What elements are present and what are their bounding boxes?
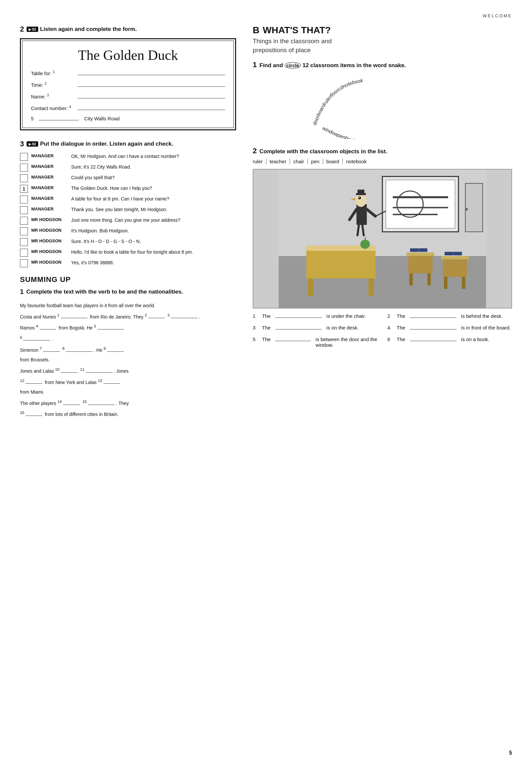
- blank-1[interactable]: [61, 318, 87, 318]
- dialogue-item-0: MANAGER OK, Mr Hodgson. And can I have a…: [20, 153, 236, 161]
- dialogue-box-5[interactable]: [20, 206, 28, 214]
- sup-3: 3: [47, 93, 49, 97]
- form-label-table: Table for: 1: [31, 70, 77, 76]
- section-b-title: WHAT'S THAT?: [263, 25, 331, 36]
- fill-num-2: 2: [387, 313, 395, 319]
- svg-rect-10: [465, 184, 483, 232]
- blank-11[interactable]: [86, 372, 112, 373]
- dialogue-box-10[interactable]: [20, 259, 28, 267]
- summing-section1-instruction: Complete the text with the verb to be an…: [26, 288, 183, 296]
- blank-4[interactable]: [40, 329, 56, 329]
- svg-rect-37: [441, 256, 469, 259]
- section3-instruction: Put the dialogue in order. Listen again …: [40, 141, 174, 147]
- dialogue-text-10: Yes, it's 0796 38888.: [71, 259, 114, 266]
- svg-text:doorboardrulerfloorcdnotebook: doorboardrulerfloorcdnotebook: [312, 77, 364, 126]
- svg-rect-38: [443, 260, 467, 277]
- section2-num: 2: [20, 25, 24, 34]
- section-b-subtitle: Things in the classroom andprepositions …: [253, 37, 512, 55]
- blank-14[interactable]: [63, 405, 80, 405]
- dialogue-speaker-0: MANAGER: [31, 153, 68, 158]
- word-ruler: ruler: [253, 159, 266, 164]
- svg-point-19: [359, 197, 360, 198]
- blank-12[interactable]: [26, 383, 42, 384]
- blank-13[interactable]: [103, 383, 120, 384]
- svg-rect-28: [368, 279, 374, 296]
- form-row-time: Time: 2: [31, 81, 225, 88]
- page-number: 5: [509, 750, 512, 756]
- form-line-time[interactable]: [77, 81, 225, 87]
- dialogue-box-9[interactable]: [20, 249, 28, 257]
- dialogue-item-2: MANAGER Could you spell that?: [20, 174, 236, 182]
- dialogue-box-6[interactable]: [20, 217, 28, 225]
- summing-text-block: My favourite football team has players i…: [20, 302, 236, 419]
- form-label-contact: Contact number: 4: [31, 105, 77, 111]
- classroom-illustration: [253, 169, 512, 309]
- fill-the-6: The: [397, 336, 405, 342]
- blank-7[interactable]: [43, 351, 60, 352]
- dialogue-text-3: The Golden Duck. How can I help you?: [71, 185, 152, 192]
- form-address-num: 5: [31, 116, 34, 121]
- word-chair: chair: [290, 159, 308, 164]
- fill-num-4: 4: [387, 325, 395, 330]
- word-snake-svg: doorboardrulerfloorcdnotebook windowpenb…: [306, 72, 459, 139]
- fill-rest-4: is in front of the board.: [461, 325, 511, 330]
- dialogue-box-3[interactable]: 1: [20, 185, 28, 193]
- dialogue-box-4[interactable]: [20, 195, 28, 203]
- summing-section1-header: 1 Complete the text with the verb to be …: [20, 288, 236, 299]
- fill-rest-2: is behind the desk.: [461, 313, 503, 319]
- fill-the-3: The: [262, 325, 271, 330]
- blank-6[interactable]: [23, 340, 50, 340]
- fill-blank-5[interactable]: [275, 341, 311, 341]
- fill-item-4: 4 The is in front of the board.: [387, 325, 512, 330]
- fill-item-1: 1 The is under the chair.: [253, 313, 377, 319]
- form-row-address: 5 City Walls Road: [31, 116, 225, 121]
- blank-3[interactable]: [171, 318, 198, 318]
- blank-5[interactable]: [97, 329, 124, 329]
- dialogue-speaker-8: MR HODGSON: [31, 238, 68, 243]
- blank-8[interactable]: [66, 351, 92, 352]
- dialogue-box-7[interactable]: [20, 227, 28, 235]
- blank-16[interactable]: [26, 416, 42, 416]
- dialogue-box-1[interactable]: [20, 164, 28, 172]
- blank-2[interactable]: [148, 318, 165, 318]
- dialogue-item-4: MANAGER A table for four at 8 pm. Can I …: [20, 195, 236, 203]
- dialogue-text-5: Thank you. See you later tonight, Mr Hod…: [71, 206, 168, 213]
- svg-rect-32: [408, 256, 433, 273]
- fill-rest-3: is on the desk.: [327, 325, 359, 330]
- fill-blank-2[interactable]: [410, 318, 457, 318]
- word-teacher: teacher: [266, 159, 290, 164]
- section3: 3 ▶ 02 Put the dialogue in order. Listen…: [20, 140, 236, 267]
- dialogue-item-8: MR HODGSON Sure. It's H - O - D - G - S …: [20, 238, 236, 246]
- blank-10[interactable]: [61, 372, 77, 373]
- b-section2-num: 2: [253, 147, 257, 155]
- b-section1: 1 Find and circle 12 classroom items in …: [253, 61, 512, 140]
- blank-9[interactable]: [107, 351, 124, 352]
- dialogue-text-1: Sure, it's 22 City Walls Road.: [71, 164, 131, 171]
- fill-blank-6[interactable]: [410, 341, 457, 341]
- dialogue-item-1: MANAGER Sure, it's 22 City Walls Road.: [20, 164, 236, 172]
- fill-num-3: 3: [253, 325, 260, 330]
- dialogue-box-8[interactable]: [20, 238, 28, 246]
- form-line-contact[interactable]: [77, 104, 225, 110]
- fill-blank-3[interactable]: [275, 329, 322, 329]
- form-line-name[interactable]: [77, 92, 225, 98]
- blank-15[interactable]: [88, 405, 115, 405]
- sup-2: 2: [45, 82, 47, 85]
- svg-rect-31: [407, 253, 434, 256]
- svg-rect-12: [356, 204, 367, 225]
- form-line-address[interactable]: [39, 120, 79, 120]
- dialogue-box-0[interactable]: [20, 153, 28, 161]
- audio-num: 02: [32, 27, 36, 31]
- dialogue-box-2[interactable]: [20, 174, 28, 182]
- form-row-contact: Contact number: 4: [31, 104, 225, 111]
- fill-blank-1[interactable]: [275, 318, 322, 318]
- fill-blank-4[interactable]: [410, 329, 457, 329]
- fill-item-2: 2 The is behind the desk.: [387, 313, 512, 319]
- audio-badge-3: ▶ 02: [27, 141, 38, 147]
- sup-1: 1: [53, 70, 55, 74]
- dialogue-item-10: MR HODGSON Yes, it's 0796 38888.: [20, 259, 236, 267]
- form-line-table[interactable]: [77, 69, 225, 75]
- word-snake-container: doorboardrulerfloorcdnotebook windowpenb…: [306, 72, 459, 140]
- svg-rect-26: [306, 251, 375, 279]
- classroom-svg: [253, 170, 511, 308]
